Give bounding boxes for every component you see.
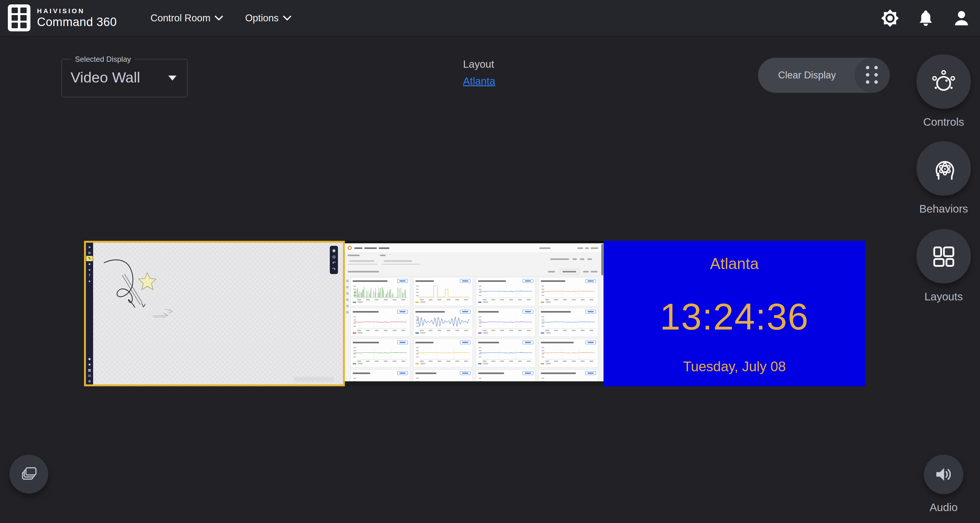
card-chart	[478, 283, 533, 299]
brand-text: HAIVISION Command 360	[37, 7, 117, 29]
shape-tool-icon: ●	[86, 267, 93, 272]
user-icon[interactable]	[952, 9, 970, 27]
menu-options-label: Options	[245, 13, 279, 24]
speaker-icon	[934, 464, 954, 485]
product-name: Command 360	[37, 15, 117, 29]
card-legend	[353, 332, 408, 334]
dashboard-filters	[345, 253, 603, 267]
clear-display-button[interactable]: Clear Display	[758, 58, 890, 93]
card-info-button	[585, 310, 596, 313]
whiteboard-drawing	[86, 243, 343, 385]
dashboard-card	[350, 308, 410, 337]
dashboard-card	[350, 277, 410, 306]
behaviors-button[interactable]	[916, 141, 971, 196]
card-chart	[415, 283, 471, 299]
card-legend	[415, 332, 471, 334]
brand-name: HAIVISION	[37, 7, 117, 15]
layouts-label: Layouts	[897, 290, 980, 303]
drag-handle[interactable]	[854, 58, 890, 93]
card-info-button	[523, 371, 533, 375]
behaviors-label: Behaviors	[897, 203, 980, 215]
wall-panel-whiteboard[interactable]: ➤⊞✎★●T♠ ◆■▦⊟⚙ ◉◎↶↷	[84, 241, 345, 386]
audio-button[interactable]	[924, 455, 963, 494]
settings-tool-icon: ⚙	[86, 379, 93, 384]
image-tool-icon: ▦	[86, 367, 93, 373]
dropdown-caret-icon	[169, 76, 177, 81]
top-icon-group	[881, 0, 970, 37]
dashboard-taskbar	[345, 381, 603, 386]
brand: HAIVISION Command 360	[8, 4, 117, 32]
dashboard-card	[476, 339, 535, 367]
card-chart	[415, 345, 471, 360]
dashboard-card	[413, 308, 473, 337]
dashboard-toolbar	[345, 268, 603, 276]
connector-tool-icon: ⊟	[86, 373, 93, 378]
layouts-button[interactable]	[916, 229, 971, 283]
card-legend	[415, 363, 471, 364]
dashboard-card	[413, 277, 473, 306]
card-info-button	[397, 340, 408, 344]
whiteboard-toolbar: ➤⊞✎★●T♠ ◆■▦⊟⚙	[86, 243, 93, 385]
card-legend	[353, 363, 408, 364]
card-chart	[541, 345, 596, 360]
menu-options[interactable]: Options	[245, 0, 291, 37]
clock-city: Atlanta	[710, 254, 759, 273]
card-info-button	[585, 279, 596, 283]
dashboard-side-rail	[345, 276, 350, 382]
add-tool-icon: ◆	[86, 356, 93, 361]
dashboard-scrollbar[interactable]	[601, 244, 603, 275]
star-tool-icon: ★	[86, 262, 93, 267]
card-info-button	[585, 340, 596, 344]
rail-item-layouts: Layouts	[897, 229, 980, 303]
dashboard-card	[539, 339, 598, 367]
eraser-tool-icon: ♠	[86, 278, 93, 284]
card-info-button	[523, 279, 533, 283]
select-tool-icon: ⊞	[86, 250, 93, 256]
undo-icon: ↶	[332, 260, 336, 266]
dashboard-window-chrome	[345, 241, 603, 243]
settings-icon[interactable]	[881, 9, 899, 27]
controls-button[interactable]	[916, 54, 971, 109]
card-legend	[478, 332, 533, 334]
clock-date: Tuesday, July 08	[683, 359, 786, 374]
layout-grid-icon	[930, 242, 958, 270]
layout-link[interactable]: Atlanta	[463, 75, 495, 87]
card-chart	[541, 314, 596, 329]
layers-icon	[19, 464, 39, 484]
card-legend	[478, 301, 533, 303]
layout-label: Layout	[463, 58, 495, 70]
notifications-icon[interactable]	[917, 9, 935, 27]
pen-tool-icon: ✎	[86, 256, 93, 261]
haivision-logo-icon	[8, 4, 32, 32]
card-legend	[353, 301, 408, 303]
menu-control-room[interactable]: Control Room	[151, 0, 223, 37]
whiteboard-mini-toolbar: ◉◎↶↷	[330, 246, 338, 274]
redo-icon: ↷	[332, 266, 336, 272]
card-legend	[415, 301, 471, 303]
selected-display-dropdown[interactable]: Selected Display Video Wall	[62, 59, 188, 97]
frame-tool-icon: ■	[86, 362, 93, 367]
rail-item-behaviors: Behaviors	[897, 141, 980, 215]
card-info-button	[397, 371, 408, 375]
card-chart	[478, 314, 533, 329]
scenes-button[interactable]	[10, 455, 48, 494]
selected-display-value: Video Wall	[70, 69, 140, 86]
card-chart	[415, 314, 471, 329]
card-legend	[478, 363, 533, 364]
card-info-button	[460, 310, 471, 313]
rail-item-audio: Audio	[897, 455, 980, 513]
chevron-down-icon	[215, 16, 223, 21]
wall-panel-clock[interactable]: Atlanta 13:24:36 Tuesday, July 08	[603, 241, 865, 386]
dashboard-card	[413, 339, 473, 367]
rail-item-controls: Controls	[897, 54, 980, 128]
chevron-down-icon	[283, 16, 291, 21]
zoom-icon: ◎	[332, 254, 336, 260]
card-chart	[353, 345, 408, 360]
card-info-button	[523, 340, 533, 344]
dashboard-header	[345, 243, 603, 253]
head-gear-icon	[930, 154, 958, 182]
dots-grid-icon	[866, 66, 879, 85]
card-info-button	[585, 371, 596, 375]
whiteboard-watermark	[293, 377, 334, 382]
wall-panel-dashboard[interactable]	[345, 241, 603, 386]
